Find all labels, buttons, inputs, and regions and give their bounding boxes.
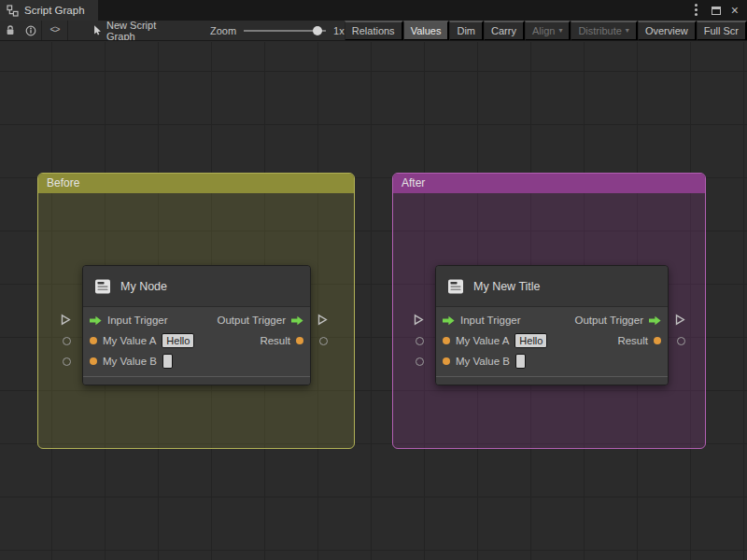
port-row-value-b: My Value B — [83, 351, 310, 371]
info-icon[interactable] — [21, 21, 41, 41]
value-a-input[interactable]: Hello — [514, 333, 547, 348]
zoom-slider-handle[interactable] — [313, 26, 322, 35]
port-row-trigger: Input Trigger Output Trigger — [436, 310, 668, 330]
chevron-down-icon: ▾ — [626, 26, 629, 35]
overview-button[interactable]: Overview — [638, 21, 697, 41]
port-row-value-a: My Value A Hello Result — [436, 330, 668, 351]
output-trigger-port-icon[interactable] — [649, 315, 661, 326]
chevron-down-icon: ▾ — [558, 26, 562, 35]
value-b-label: My Value B — [103, 356, 157, 367]
value-a-input[interactable]: Hello — [162, 333, 194, 348]
zoom-slider[interactable] — [244, 21, 326, 41]
output-trigger-port-icon[interactable] — [291, 315, 303, 326]
value-a-label: My Value A — [103, 335, 156, 346]
ext-result-port-before[interactable] — [319, 337, 328, 345]
group-title: After — [402, 176, 425, 189]
tab-script-graph[interactable]: Script Graph — [0, 0, 98, 21]
graph-name: New Script Graph — [106, 21, 180, 41]
code-view-icon[interactable]: <> — [42, 21, 67, 41]
input-trigger-port-icon[interactable] — [90, 315, 102, 326]
value-a-port-icon[interactable] — [90, 337, 97, 344]
close-icon[interactable]: × — [731, 4, 739, 17]
value-b-port-icon[interactable] — [90, 357, 97, 365]
group-after-header[interactable]: After — [393, 174, 705, 193]
result-port-icon[interactable] — [654, 337, 661, 344]
carry-button[interactable]: Carry — [484, 21, 525, 41]
input-trigger-label: Input Trigger — [460, 315, 521, 326]
window-controls: × — [692, 0, 747, 21]
ext-trigger-out-port-after[interactable] — [675, 314, 685, 326]
node-footer — [436, 376, 668, 385]
graph-breadcrumb[interactable]: New Script Graph — [92, 21, 180, 41]
node-title: My Node — [120, 280, 167, 293]
toolbar-buttons: Relations Values Dim Carry Align ▾ Distr… — [345, 21, 747, 41]
node-header[interactable]: My New Title — [436, 266, 668, 307]
tab-bar: Script Graph × — [0, 0, 747, 21]
values-button[interactable]: Values — [403, 21, 450, 41]
ext-trigger-in-port-before[interactable] — [61, 314, 71, 326]
unit-icon — [446, 277, 465, 296]
ext-trigger-in-port-after[interactable] — [414, 314, 424, 326]
graph-toolbar: <> New Script Graph Zoom 1x Relations Va… — [0, 21, 747, 41]
ext-value-b-port-before[interactable] — [63, 357, 71, 366]
input-trigger-port-icon[interactable] — [443, 315, 455, 326]
result-label: Result — [260, 335, 290, 346]
node-footer — [83, 376, 310, 385]
node-body: Input Trigger Output Trigger My Value A … — [83, 307, 310, 371]
ext-result-port-after[interactable] — [677, 337, 685, 345]
zoom-value: 1x — [333, 25, 345, 36]
ext-value-a-port-before[interactable] — [63, 337, 71, 345]
toolbar-separator — [67, 21, 68, 41]
value-b-input[interactable] — [515, 354, 526, 369]
pointer-icon — [92, 24, 102, 36]
output-trigger-label: Output Trigger — [217, 315, 286, 326]
lock-icon[interactable] — [0, 21, 21, 41]
group-title: Before — [47, 176, 79, 189]
align-dropdown[interactable]: Align ▾ — [525, 21, 571, 41]
unity-window: Script Graph × <> — [0, 0, 747, 560]
fullscreen-button[interactable]: Full Scr — [697, 21, 747, 41]
ext-value-a-port-after[interactable] — [416, 337, 424, 345]
node-body: Input Trigger Output Trigger My Value A … — [436, 307, 668, 371]
result-label: Result — [617, 335, 648, 346]
script-graph-icon — [7, 5, 19, 17]
zoom-control: Zoom 1x — [210, 21, 345, 41]
zoom-label: Zoom — [210, 25, 236, 36]
port-row-value-b: My Value B — [436, 351, 668, 371]
result-port-icon[interactable] — [296, 337, 303, 344]
ext-trigger-out-port-before[interactable] — [317, 314, 328, 326]
node-header[interactable]: My Node — [83, 266, 310, 307]
distribute-dropdown[interactable]: Distribute ▾ — [571, 21, 637, 41]
node-title: My New Title — [473, 280, 541, 293]
group-before-header[interactable]: Before — [38, 174, 354, 193]
node-my-node[interactable]: My Node Input Trigger Output Trigger — [82, 265, 311, 385]
output-trigger-label: Output Trigger — [574, 315, 643, 326]
dim-button[interactable]: Dim — [449, 21, 484, 41]
value-a-label: My Value A — [456, 335, 509, 346]
value-a-port-icon[interactable] — [443, 337, 450, 344]
menu-kebab-icon[interactable] — [692, 4, 701, 17]
node-my-new-title[interactable]: My New Title Input Trigger Output Trigge… — [435, 265, 669, 385]
value-b-port-icon[interactable] — [443, 357, 450, 365]
relations-button[interactable]: Relations — [345, 21, 403, 41]
unit-icon — [93, 277, 112, 296]
value-b-label: My Value B — [456, 356, 510, 367]
port-row-value-a: My Value A Hello Result — [83, 330, 310, 351]
ext-value-b-port-after[interactable] — [416, 357, 424, 366]
maximize-icon[interactable] — [712, 7, 721, 15]
port-row-trigger: Input Trigger Output Trigger — [83, 310, 310, 330]
tab-title: Script Graph — [24, 5, 85, 16]
input-trigger-label: Input Trigger — [107, 315, 168, 326]
graph-canvas[interactable]: Before After My Node — [0, 42, 747, 560]
value-b-input[interactable] — [162, 354, 173, 369]
